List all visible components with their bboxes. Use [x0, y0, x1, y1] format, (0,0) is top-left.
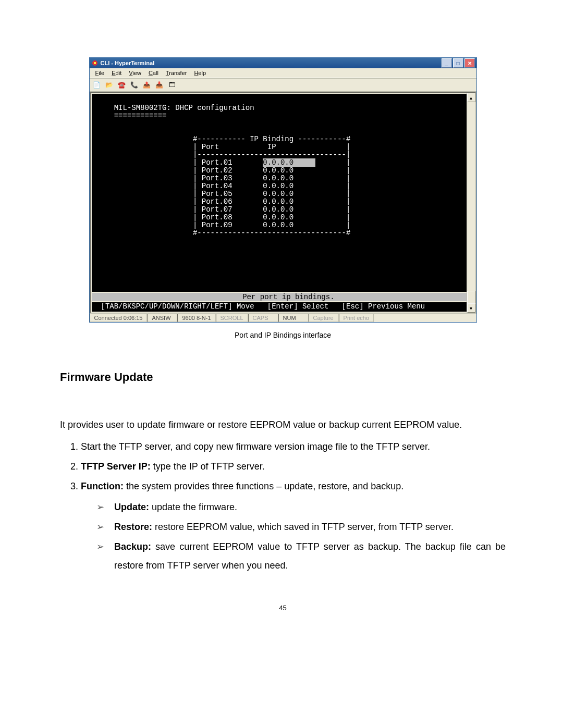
menu-transfer[interactable]: Transfer — [162, 69, 191, 77]
window-controls: _ □ ✕ — [442, 58, 475, 68]
open-icon[interactable]: 📂 — [105, 80, 114, 90]
list-item: Backup: save current EEPROM value to TFT… — [96, 537, 506, 575]
list-item: Start the TFTP server, and copy new firm… — [81, 437, 506, 456]
status-capture: Capture — [309, 314, 339, 322]
numbered-list: Start the TFTP server, and copy new firm… — [60, 437, 506, 496]
intro-paragraph: It provides user to update firmware or r… — [60, 415, 506, 434]
menu-file[interactable]: File — [92, 69, 108, 77]
status-connected: Connected 0:06:15 — [90, 314, 148, 322]
minimize-button[interactable]: _ — [442, 58, 452, 68]
page-number: 45 — [60, 604, 506, 612]
scroll-down-icon[interactable]: ▾ — [467, 303, 475, 313]
list-item: Restore: restore EEPROM value, which sav… — [96, 517, 506, 536]
section-heading: Firmware Update — [60, 371, 506, 384]
document-page: CLI - HyperTerminal _ □ ✕ File Edit View… — [0, 0, 563, 643]
list-item: TFTP Server IP: type the IP of TFTP serv… — [81, 457, 506, 476]
terminal-wrap: MIL-SM8002TG: DHCP configuration =======… — [90, 92, 476, 314]
status-baud: 9600 8-N-1 — [177, 314, 215, 322]
app-icon — [91, 59, 99, 67]
connect-icon[interactable]: ☎️ — [117, 80, 127, 90]
titlebar: CLI - HyperTerminal _ □ ✕ — [90, 58, 476, 68]
receive-icon[interactable]: 📥 — [155, 80, 164, 90]
vertical-scrollbar[interactable]: ▴ ▾ — [467, 93, 475, 313]
maximize-button[interactable]: □ — [453, 58, 463, 68]
statusbar: Connected 0:06:15 ANSIW 9600 8-N-1 SCROL… — [90, 314, 476, 322]
properties-icon[interactable]: 🗔 — [167, 80, 177, 90]
terminal-nav-line: [TAB/BKSPC/UP/DOWN/RIGHT/LEFT] Move [Ent… — [92, 302, 474, 312]
toolbar: 📄 📂 ☎️ 📞 📤 📥 🗔 — [90, 78, 476, 92]
menubar: File Edit View Call Transfer Help — [90, 68, 476, 78]
figure-caption: Port and IP Bindings interface — [60, 331, 506, 339]
svg-rect-1 — [94, 62, 96, 64]
hyperterminal-window: CLI - HyperTerminal _ □ ✕ File Edit View… — [89, 57, 477, 323]
status-scroll: SCROLL — [216, 314, 248, 322]
terminal-status-line: Per port ip bindings. — [92, 293, 474, 301]
list-item: Function: the system provides three func… — [81, 477, 506, 496]
scroll-thumb[interactable] — [467, 291, 475, 303]
terminal[interactable]: MIL-SM8002TG: DHCP configuration =======… — [92, 94, 474, 292]
menu-help[interactable]: Help — [190, 69, 210, 77]
disconnect-icon[interactable]: 📞 — [130, 80, 139, 90]
menu-view[interactable]: View — [125, 69, 145, 77]
window-title: CLI - HyperTerminal — [101, 60, 442, 66]
send-icon[interactable]: 📤 — [142, 80, 152, 90]
status-echo: Print echo — [339, 314, 374, 322]
new-icon[interactable]: 📄 — [92, 80, 102, 90]
status-caps: CAPS — [248, 314, 278, 322]
list-item: Update: update the firmware. — [96, 498, 506, 516]
status-emulation: ANSIW — [147, 314, 177, 322]
close-button[interactable]: ✕ — [464, 58, 475, 68]
menu-edit[interactable]: Edit — [108, 69, 125, 77]
menu-call[interactable]: Call — [145, 69, 162, 77]
sub-list: Update: update the firmware. Restore: re… — [60, 498, 506, 575]
status-num: NUM — [278, 314, 309, 322]
scroll-up-icon[interactable]: ▴ — [467, 93, 475, 102]
